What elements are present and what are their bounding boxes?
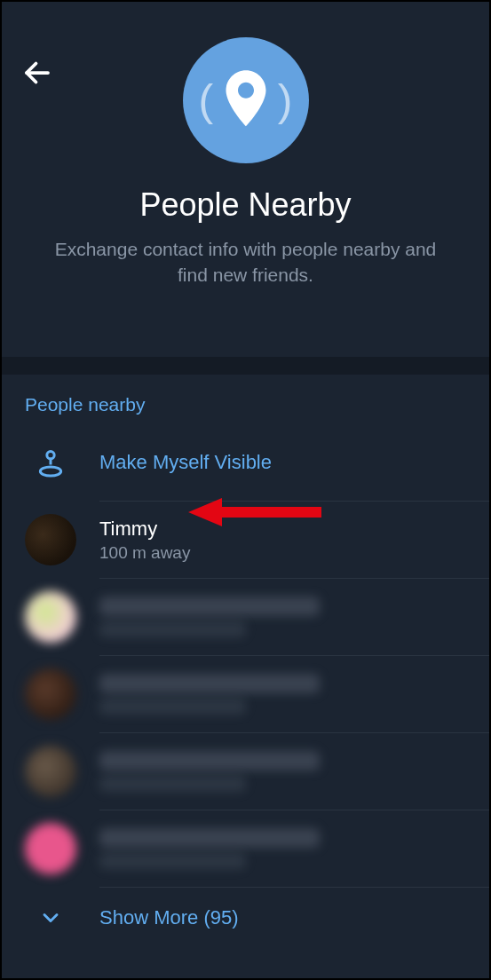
section-gap	[2, 357, 489, 375]
person-distance: —	[99, 699, 246, 715]
make-visible-label: Make Myself Visible	[99, 451, 466, 474]
avatar	[25, 591, 76, 643]
back-button[interactable]	[21, 57, 53, 89]
person-row[interactable]: — —	[2, 733, 489, 810]
section-header: People nearby	[2, 375, 489, 424]
show-more-button[interactable]: Show More (95)	[2, 888, 489, 948]
svg-point-2	[40, 467, 60, 476]
person-row[interactable]: — —	[2, 810, 489, 887]
person-name: —	[99, 674, 320, 693]
person-distance: —	[99, 853, 246, 869]
visibility-icon-slot	[25, 437, 76, 488]
person-row-timmy[interactable]: Timmy 100 m away	[2, 502, 489, 578]
wave-right-icon: )	[278, 75, 293, 126]
header: ( ) People Nearby Exchange contact info …	[2, 37, 489, 357]
map-pin-icon	[222, 69, 270, 131]
person-location-icon	[33, 445, 68, 480]
location-hero-icon: ( )	[183, 37, 309, 163]
avatar	[25, 746, 76, 797]
person-name: Timmy	[99, 518, 466, 541]
wave-left-icon: (	[199, 75, 214, 126]
person-row[interactable]: — —	[2, 579, 489, 655]
arrow-left-icon	[21, 57, 53, 89]
page-subtitle: Exchange contact info with people nearby…	[2, 236, 489, 288]
person-name: —	[99, 828, 320, 848]
make-visible-button[interactable]: Make Myself Visible	[2, 424, 489, 501]
avatar	[25, 823, 76, 874]
person-name: —	[99, 751, 320, 771]
person-distance: —	[99, 776, 246, 792]
person-row[interactable]: — —	[2, 656, 489, 732]
svg-point-1	[47, 452, 54, 459]
person-distance: —	[99, 621, 246, 637]
show-more-label: Show More (95)	[99, 906, 239, 929]
chevron-down-icon	[25, 905, 76, 930]
person-distance: 100 m away	[99, 543, 466, 563]
person-name: —	[99, 597, 320, 616]
people-nearby-screen: ( ) People Nearby Exchange contact info …	[2, 2, 489, 978]
avatar	[25, 668, 76, 720]
avatar	[25, 514, 76, 565]
page-title: People Nearby	[2, 186, 489, 224]
